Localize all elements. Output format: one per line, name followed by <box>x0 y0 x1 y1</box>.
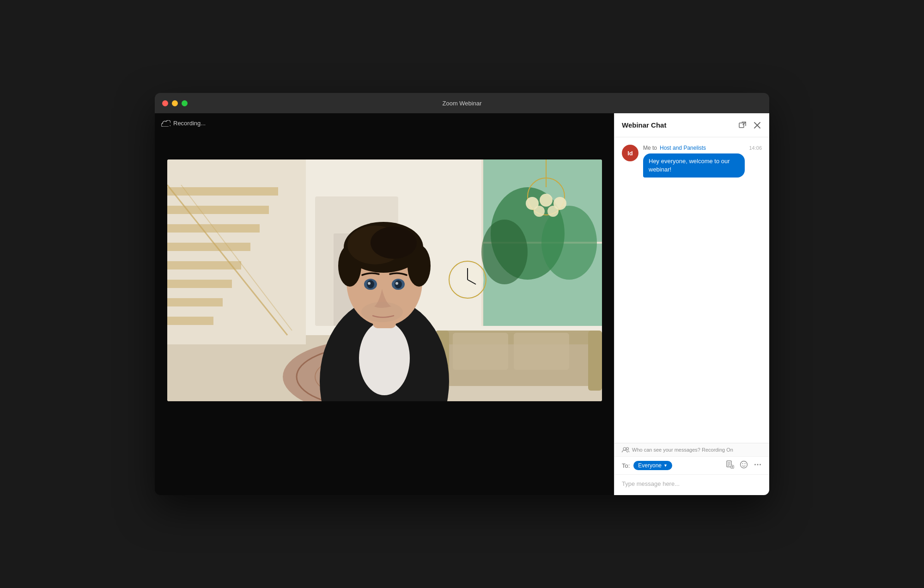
people-icon <box>622 447 629 453</box>
svg-point-74 <box>741 461 748 468</box>
svg-rect-37 <box>453 333 508 370</box>
message-recipient-link[interactable]: Host and Panelists <box>660 145 706 151</box>
svg-point-25 <box>540 194 553 207</box>
to-label: To: <box>622 462 630 469</box>
privacy-notice: Who can see your messages? Recording On <box>614 443 769 457</box>
video-area: Recording... <box>155 113 614 495</box>
svg-point-77 <box>754 464 756 466</box>
svg-rect-5 <box>167 224 260 233</box>
svg-point-27 <box>534 206 545 217</box>
svg-point-65 <box>623 447 626 450</box>
dropdown-arrow-icon: ▼ <box>663 463 668 468</box>
chat-panel: Webinar Chat <box>614 113 769 495</box>
close-chat-icon[interactable] <box>753 121 762 130</box>
chat-title: Webinar Chat <box>622 121 666 129</box>
svg-rect-10 <box>167 317 213 325</box>
svg-rect-36 <box>588 331 602 391</box>
everyone-badge[interactable]: Everyone ▼ <box>633 461 672 470</box>
chat-header-icons <box>738 121 762 130</box>
titlebar: Zoom Webinar <box>155 93 769 113</box>
main-content: Recording... <box>155 113 769 495</box>
svg-rect-6 <box>167 243 250 251</box>
svg-point-58 <box>368 282 371 285</box>
svg-rect-38 <box>514 333 569 370</box>
more-options-icon[interactable] <box>754 460 762 471</box>
svg-point-56 <box>367 280 374 288</box>
svg-line-62 <box>743 122 746 125</box>
popout-icon[interactable] <box>738 121 747 130</box>
message-input-area[interactable]: Type message here... <box>614 475 769 495</box>
window-title: Zoom Webinar <box>442 100 481 107</box>
video-background <box>167 159 602 401</box>
privacy-text: Who can see your messages? Recording On <box>632 447 733 453</box>
room-scene <box>167 159 602 401</box>
message-sender-prefix: Me to <box>643 145 657 151</box>
svg-point-28 <box>547 206 559 217</box>
message-bubble: Hey everyone, welcome to our webinar! <box>643 153 745 178</box>
svg-point-76 <box>745 463 746 464</box>
message-row: ld Me to Host and Panelists 14:06 Hey ev… <box>622 145 762 178</box>
svg-rect-4 <box>167 206 269 214</box>
close-button[interactable] <box>162 100 168 106</box>
message-time: 14:06 <box>749 145 762 151</box>
to-row: To: Everyone ▼ <box>614 457 769 475</box>
cloud-icon <box>161 120 170 127</box>
svg-point-60 <box>361 302 403 322</box>
chat-messages: ld Me to Host and Panelists 14:06 Hey ev… <box>614 137 769 443</box>
svg-point-57 <box>395 280 402 288</box>
traffic-lights <box>162 100 188 106</box>
svg-point-53 <box>371 227 417 259</box>
app-window: Zoom Webinar Recording... <box>155 93 769 495</box>
chat-footer: Who can see your messages? Recording On … <box>614 443 769 495</box>
recording-text: Recording... <box>173 120 206 127</box>
svg-point-75 <box>742 463 743 464</box>
svg-point-59 <box>395 282 398 285</box>
svg-rect-61 <box>739 123 744 128</box>
minimize-button[interactable] <box>172 100 178 106</box>
svg-point-20 <box>541 206 597 280</box>
message-meta: Me to Host and Panelists 14:06 <box>643 145 762 151</box>
svg-point-21 <box>481 220 528 284</box>
message-input-placeholder: Type message here... <box>622 480 680 487</box>
recording-badge: Recording... <box>161 120 206 127</box>
emoji-icon[interactable] <box>740 460 748 471</box>
svg-point-66 <box>626 447 629 450</box>
maximize-button[interactable] <box>182 100 188 106</box>
svg-point-79 <box>760 464 761 466</box>
avatar: ld <box>622 145 638 161</box>
svg-rect-8 <box>167 280 232 288</box>
file-icon[interactable] <box>726 460 734 471</box>
chat-header: Webinar Chat <box>614 113 769 137</box>
video-frame <box>167 159 602 401</box>
svg-point-46 <box>359 321 410 395</box>
message-content: Me to Host and Panelists 14:06 Hey every… <box>643 145 762 178</box>
svg-rect-9 <box>167 298 223 306</box>
svg-point-78 <box>757 464 759 466</box>
to-row-icons <box>726 460 762 471</box>
recipient-label: Everyone <box>638 462 662 469</box>
